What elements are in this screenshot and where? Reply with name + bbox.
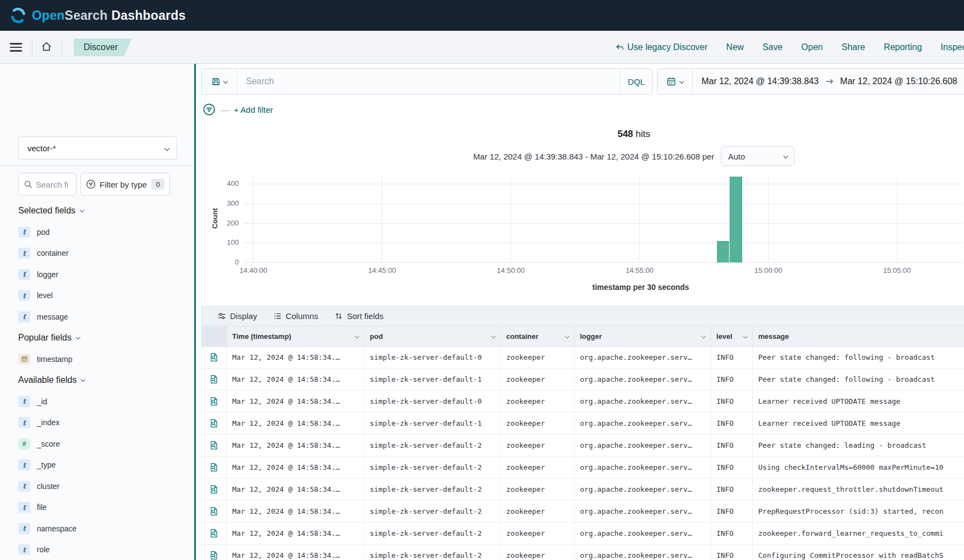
cell-pod: simple-zk-server-default-2 (364, 457, 501, 478)
home-icon[interactable] (41, 41, 52, 52)
string-field-icon: t (18, 248, 30, 259)
expand-document-button[interactable] (201, 457, 227, 478)
field-item[interactable]: t _index (18, 412, 185, 433)
breadcrumb[interactable]: Discover (74, 39, 132, 56)
add-filter-button[interactable]: + Add filter (234, 105, 273, 114)
expand-document-button[interactable] (201, 413, 227, 434)
expand-document-button[interactable] (201, 347, 227, 368)
column-header-logger[interactable]: logger (574, 326, 711, 346)
field-item[interactable]: t namespace (18, 518, 185, 540)
field-search-box[interactable] (18, 173, 76, 196)
date-picker: Mar 12, 2024 @ 14:39:38.843 Mar 12, 2024… (657, 68, 964, 95)
field-item[interactable]: t message (18, 306, 185, 328)
discover-main: DQL Mar 12, 2024 @ 14:39:38.843 Mar 12, … (196, 64, 964, 560)
string-field-icon: t (18, 311, 30, 322)
chevron-down-icon (165, 145, 170, 151)
popular-fields-header[interactable]: Popular fields (18, 327, 185, 349)
toolbar-menu-item[interactable]: Inspect (941, 42, 964, 52)
use-legacy-discover-link[interactable]: Use legacy Discover (615, 42, 708, 52)
table-row: Mar 12, 2024 @ 14:58:34.… simple-zk-serv… (201, 391, 964, 413)
column-header-pod[interactable]: pod (364, 326, 501, 346)
index-pattern-value: vector-* (28, 144, 56, 153)
filter-set-icon[interactable] (202, 103, 216, 116)
field-item[interactable]: t cluster (18, 476, 185, 497)
cell-logger: org.apache.zookeeper.serv… (574, 369, 711, 390)
filter-by-type-button[interactable]: Filter by type 0 (80, 173, 170, 196)
histogram-bar[interactable] (717, 241, 729, 262)
chevron-down-icon (491, 334, 495, 338)
filter-bar: — + Add filter (202, 102, 273, 117)
cell-container: zookeeper (501, 369, 574, 390)
field-item[interactable]: t file (18, 497, 185, 518)
expand-document-button[interactable] (201, 523, 227, 544)
column-header-message[interactable]: message (753, 326, 964, 346)
field-item[interactable]: t role (18, 539, 185, 560)
opensearch-logo-icon[interactable] (10, 7, 26, 24)
field-item[interactable]: t pod (18, 222, 185, 243)
histogram-plot[interactable]: 010020030040014:40:0014:45:0014:50:0014:… (244, 175, 964, 262)
saved-query-button[interactable] (202, 69, 237, 94)
x-tick-label: 14:55:00 (617, 266, 661, 274)
query-bar: DQL (201, 68, 653, 95)
histogram-bar[interactable] (730, 177, 742, 262)
sort-fields-button[interactable]: Sort fields (335, 311, 384, 321)
field-item[interactable]: t level (18, 285, 185, 306)
menu-icon[interactable] (10, 41, 22, 53)
available-fields-header[interactable]: Available fields (18, 370, 185, 391)
expand-document-button[interactable] (201, 391, 227, 412)
cell-time: Mar 12, 2024 @ 14:58:34.… (227, 435, 364, 456)
cell-pod: simple-zk-server-default-0 (364, 347, 501, 368)
field-item[interactable]: t _type (18, 454, 185, 476)
cell-pod: simple-zk-server-default-2 (364, 435, 501, 456)
column-header-level[interactable]: level (711, 326, 753, 346)
x-tick-label: 14:45:00 (360, 266, 404, 274)
cell-pod: simple-zk-server-default-2 (364, 479, 501, 500)
chevron-down-icon (80, 208, 84, 212)
search-input[interactable] (237, 69, 620, 94)
field-item[interactable]: t _id (18, 391, 185, 413)
y-tick-label: 400 (217, 179, 239, 188)
chevron-down-icon (565, 334, 569, 338)
x-tick-label: 14:40:00 (231, 266, 275, 274)
toolbar-menu-item[interactable]: New (726, 42, 744, 52)
interval-value: Auto (728, 152, 745, 161)
expand-document-button[interactable] (201, 435, 227, 456)
display-button[interactable]: Display (217, 311, 257, 321)
toolbar-menu-item[interactable]: Open (801, 42, 823, 52)
chevron-down-icon (680, 79, 684, 84)
field-item[interactable]: t logger (18, 264, 185, 286)
range-text: Mar 12, 2024 @ 14:39:38.843 - Mar 12, 20… (473, 152, 714, 161)
interval-select[interactable]: Auto (721, 146, 795, 166)
x-gridline (897, 175, 897, 262)
calendar-icon (666, 76, 676, 86)
field-type-icon: t (18, 502, 30, 513)
expand-document-button[interactable] (201, 369, 227, 390)
discover-sidebar: vector-* Filter by type 0 Selected field… (0, 64, 194, 560)
expand-document-button[interactable] (201, 479, 227, 500)
date-quick-select-button[interactable] (658, 69, 693, 94)
column-header-time[interactable]: Time (timestamp) (227, 326, 364, 346)
toolbar-menu-item[interactable]: Share (841, 42, 865, 52)
expand-document-button[interactable] (201, 501, 227, 522)
query-language-button[interactable]: DQL (620, 69, 652, 94)
field-name: file (37, 503, 47, 512)
cell-pod: simple-zk-server-default-2 (364, 523, 501, 544)
field-item[interactable]: # _score (18, 433, 185, 455)
start-date-button[interactable]: Mar 12, 2024 @ 14:39:38.843 (702, 76, 819, 86)
cell-time: Mar 12, 2024 @ 14:58:34.… (227, 347, 364, 368)
field-item[interactable]: t container (18, 243, 185, 264)
toolbar-menu-item[interactable]: Reporting (884, 42, 922, 52)
cell-message: zookeeper.request_throttler.shutdownTime… (753, 479, 964, 500)
index-pattern-select[interactable]: vector-* (18, 136, 177, 160)
field-search-input[interactable] (36, 180, 74, 189)
column-header-container[interactable]: container (501, 326, 574, 346)
toolbar-menu-item[interactable]: Save (763, 42, 782, 52)
selected-fields-header[interactable]: Selected fields (18, 200, 185, 222)
expand-document-button[interactable] (201, 545, 227, 560)
cell-logger: org.apache.zookeeper.serv… (574, 545, 711, 560)
end-date-button[interactable]: Mar 12, 2024 @ 15:10:26.608 (840, 76, 957, 86)
x-axis-title: timestamp per 30 seconds (244, 283, 964, 292)
field-item-timestamp[interactable]: timestamp (18, 349, 185, 370)
field-name: _id (37, 397, 47, 406)
columns-button[interactable]: Columns (273, 311, 318, 321)
